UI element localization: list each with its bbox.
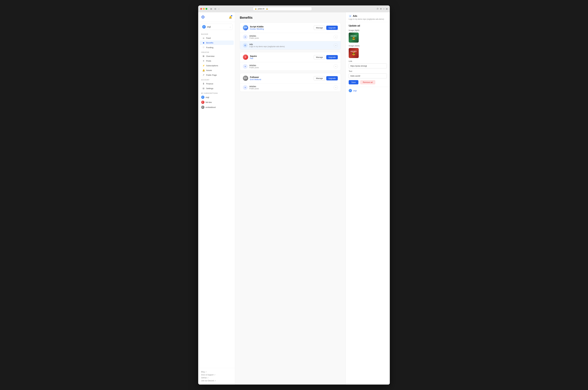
articles-icon: ≡ (243, 35, 248, 39)
panel-subtitle: Logo in my demo repo (zegl/polar-ads-dem… (349, 18, 387, 20)
user-selector[interactable]: Z zegl ⌄ (201, 24, 233, 30)
manage-button[interactable]: Manage (314, 55, 325, 59)
upgrade-button[interactable]: Upgrade (326, 55, 338, 59)
blog-label: Blog (201, 371, 205, 373)
benefit-item-articles[interactable]: ≡ Articles Public posts → (240, 33, 341, 41)
sidebar-item-public-page[interactable]: ↗ Public Page (199, 73, 234, 77)
save-button[interactable]: Save (349, 80, 358, 84)
image-dark-preview: DEMO 😎 (349, 48, 359, 58)
settings-icon: ⊟ (202, 87, 205, 90)
discord-link[interactable]: Join our Discord ↗ (201, 379, 232, 382)
subscription-zegl[interactable]: Z zegl (201, 95, 232, 100)
panel-actions: Save Remove ad (349, 80, 387, 84)
sub-name: zegl (206, 96, 209, 98)
app-container: ⊙ 🔔 Z zegl ⌄ BACKER ∞ Feed ◆ Benefits (198, 12, 390, 385)
notification-icon[interactable]: 🔔 (229, 15, 232, 19)
address-bar[interactable]: 🔒 polar.sh 🔒 (253, 7, 312, 11)
sidebar-item-posts[interactable]: ≡ Posts (199, 59, 234, 63)
public-page-icon: ↗ (202, 74, 205, 76)
subscriptions-list: Z zegl F fief-dev E emilwidlund (198, 95, 235, 110)
profile-icon[interactable]: ⏱ (376, 8, 378, 10)
creator-name: Script Kiddie (250, 25, 312, 28)
user-avatar: Z (202, 25, 206, 29)
discord-label: Join our Discord (201, 380, 214, 382)
link-input[interactable] (349, 63, 387, 68)
sidebar-item-label: Feed (206, 37, 211, 39)
maximize-button[interactable] (206, 8, 207, 10)
demo-dark-image: DEMO 😎 (349, 48, 359, 58)
ads-icon: ⊟ (243, 43, 248, 48)
card-actions: Manage Upgrade (314, 76, 338, 80)
benefit-desc: Public posts (249, 88, 332, 90)
main-content: Benefits GW Script Kiddie Gustav Westlin… (235, 12, 346, 385)
remove-ad-button[interactable]: Remove ad (360, 80, 375, 84)
chevron-down-icon: ⌄ (229, 26, 231, 28)
lock-icon: 🔒 (255, 8, 257, 10)
benefit-arrow-icon[interactable]: → (334, 85, 338, 90)
sidebar: ⊙ 🔔 Z zegl ⌄ BACKER ∞ Feed ◆ Benefits (198, 12, 235, 385)
benefit-arrow-icon[interactable]: → (334, 43, 338, 48)
close-button[interactable] (200, 8, 202, 10)
benefit-card-follower: EW Follower Emil Widlund Manage Upgrade … (240, 73, 341, 92)
card-actions: Manage Upgrade (314, 26, 338, 30)
external-link-icon: ↗ (205, 371, 207, 373)
browser-right-controls: ⏱ ⬆ + ⊞ (376, 8, 388, 10)
benefit-item-articles[interactable]: ≡ Articles Public posts → (240, 83, 341, 92)
benefit-item-ads[interactable]: ⊟ Ads Logo in my demo repo (zegl/polar-a… (240, 41, 341, 49)
subscription-fief-dev[interactable]: F fief-dev (201, 100, 232, 105)
sidebar-item-subscriptions[interactable]: ⚡ Subscriptions (199, 63, 234, 68)
sidebar-item-label: Public Page (206, 74, 217, 76)
window-controls[interactable]: ⊟ (214, 7, 217, 10)
page-title: Benefits (240, 16, 341, 20)
sidebar-item-finance[interactable]: $ Finance (199, 81, 234, 86)
sidebar-item-benefits[interactable]: ◆ Benefits (199, 41, 234, 45)
manage-button[interactable]: Manage (314, 76, 325, 80)
articles-icon: ≡ (243, 64, 248, 69)
new-tab-icon[interactable]: + (383, 8, 384, 10)
benefit-name: Ads (249, 43, 332, 46)
upgrade-button[interactable]: Upgrade (326, 76, 338, 80)
upgrade-button[interactable]: Upgrade (326, 26, 338, 30)
benefit-info: Ads Logo in my demo repo (zegl/polar-ads… (249, 43, 332, 48)
subscription-emilwidlund[interactable]: E emilwidlund (201, 105, 232, 110)
benefit-info: Articles Public posts (249, 35, 332, 39)
sidebar-item-label: Finance (206, 83, 213, 85)
panel-body: Update ad Image (light) DEMO 😎 Image (da… (346, 22, 390, 87)
sub-avatar-fief: F (201, 100, 204, 104)
sidebar-header: ⊙ 🔔 (198, 12, 235, 22)
nav-back[interactable]: ‹ (218, 7, 220, 10)
security-icon: 🔒 (266, 8, 268, 10)
blog-link[interactable]: Blog ↗ (201, 370, 232, 373)
minimize-button[interactable] (203, 8, 205, 10)
sidebar-item-funding[interactable]: ♡ Funding (199, 45, 234, 50)
sidebar-item-issues[interactable]: 🔔 Issues (199, 68, 234, 72)
link-label: Link (349, 60, 387, 62)
text-label: Text (349, 70, 387, 72)
tabs-icon[interactable]: ⊞ (386, 8, 388, 10)
external-link-icon: ↗ (214, 374, 215, 376)
docs-support-link[interactable]: Docs & Support ↗ (201, 373, 232, 376)
share-icon[interactable]: ⬆ (380, 8, 382, 10)
github-link[interactable]: GitHub ↗ (201, 376, 232, 379)
manage-button[interactable]: Manage (314, 26, 325, 30)
benefit-info: Articles Public posts (249, 85, 332, 90)
sidebar-footer: Blog ↗ Docs & Support ↗ GitHub ↗ Join ou… (198, 368, 235, 385)
subscriptions-icon: ⚡ (202, 64, 205, 67)
browser-navigation: ⊞ ⊟ ‹ (210, 7, 220, 10)
panel-footer-username[interactable]: zegl (353, 90, 357, 92)
benefit-arrow-icon[interactable]: → (334, 35, 338, 39)
benefit-desc: Public posts (249, 37, 332, 39)
back-button[interactable]: ⊞ (210, 7, 213, 10)
text-input[interactable] (349, 73, 387, 78)
backer-section-label: BACKER (198, 32, 235, 36)
benefit-arrow-icon[interactable]: → (334, 64, 338, 68)
panel-footer-avatar: Z (349, 89, 352, 92)
sidebar-item-feed[interactable]: ∞ Feed (199, 36, 234, 40)
sidebar-item-settings[interactable]: ⊟ Settings (199, 86, 234, 91)
sidebar-item-overview[interactable]: ⊞ Overview (199, 54, 234, 58)
external-link-icon: ↗ (214, 380, 216, 382)
sidebar-item-label: Issues (206, 69, 212, 71)
benefit-item-articles[interactable]: ≡ Articles Public posts → (240, 62, 341, 71)
demo-light-image: DEMO 😎 (349, 33, 359, 43)
app-logo[interactable]: ⊙ (201, 15, 205, 19)
